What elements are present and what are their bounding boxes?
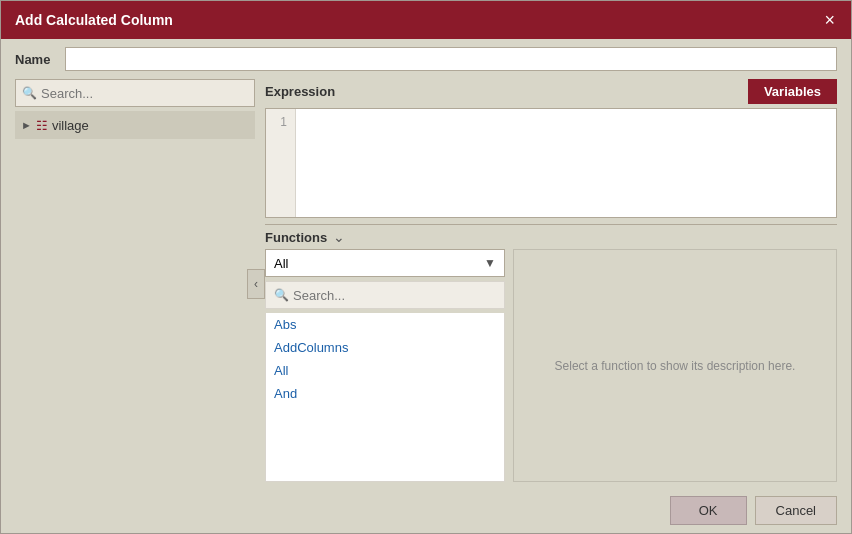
description-placeholder-text: Select a function to show its descriptio… [555,359,796,373]
function-description-area: Select a function to show its descriptio… [513,249,837,482]
category-select-wrapper: All Aggregate Date Logic Math String Tex… [265,249,505,277]
expression-editor: 1 [265,108,837,218]
functions-list: Abs AddColumns All And [265,313,505,482]
functions-left: All Aggregate Date Logic Math String Tex… [265,249,505,482]
functions-header: Functions ⌄ [265,224,837,245]
functions-search-input[interactable] [293,288,496,303]
functions-search-icon: 🔍 [274,288,289,302]
function-item-all[interactable]: All [266,359,504,382]
collapse-panel-button[interactable]: ‹ [247,269,265,299]
functions-search-box: 🔍 [265,281,505,309]
name-label: Name [15,52,55,67]
tree-item-village[interactable]: ► ☷ village [15,111,255,139]
chevron-right-icon: ► [21,119,32,131]
search-icon: 🔍 [22,86,37,100]
expression-header: Expression Variables [265,79,837,104]
left-panel: 🔍 ► ☷ village ‹ [15,79,255,488]
title-bar: Add Calculated Column × [1,1,851,39]
expression-label: Expression [265,84,335,99]
function-item-and[interactable]: And [266,382,504,405]
close-button[interactable]: × [822,11,837,29]
functions-section: Functions ⌄ All Aggregate Date Logic Mat… [265,224,837,482]
dialog-title: Add Calculated Column [15,12,173,28]
function-item-addcolumns[interactable]: AddColumns [266,336,504,359]
variables-button[interactable]: Variables [748,79,837,104]
category-select[interactable]: All Aggregate Date Logic Math String Tex… [266,250,504,276]
expression-content[interactable] [296,109,836,217]
tree-item-label: village [52,118,89,133]
expression-section: Expression Variables 1 [265,79,837,218]
function-item-abs[interactable]: Abs [266,313,504,336]
ok-button[interactable]: OK [670,496,747,525]
main-content: 🔍 ► ☷ village ‹ Expression Variables [1,79,851,488]
footer: OK Cancel [1,488,851,533]
name-input[interactable] [65,47,837,71]
chevron-down-icon: ⌄ [333,229,345,245]
table-icon: ☷ [36,118,48,133]
right-panel: Expression Variables 1 Functions ⌄ [265,79,837,488]
add-calculated-column-dialog: Add Calculated Column × Name 🔍 ► ☷ villa… [0,0,852,534]
cancel-button[interactable]: Cancel [755,496,837,525]
left-search-input[interactable] [41,86,248,101]
line-numbers: 1 [266,109,296,217]
left-search-box: 🔍 [15,79,255,107]
functions-body: All Aggregate Date Logic Math String Tex… [265,249,837,482]
line-number-1: 1 [274,115,287,129]
collapse-icon: ‹ [254,277,258,291]
functions-label: Functions [265,230,327,245]
name-row: Name [1,39,851,79]
